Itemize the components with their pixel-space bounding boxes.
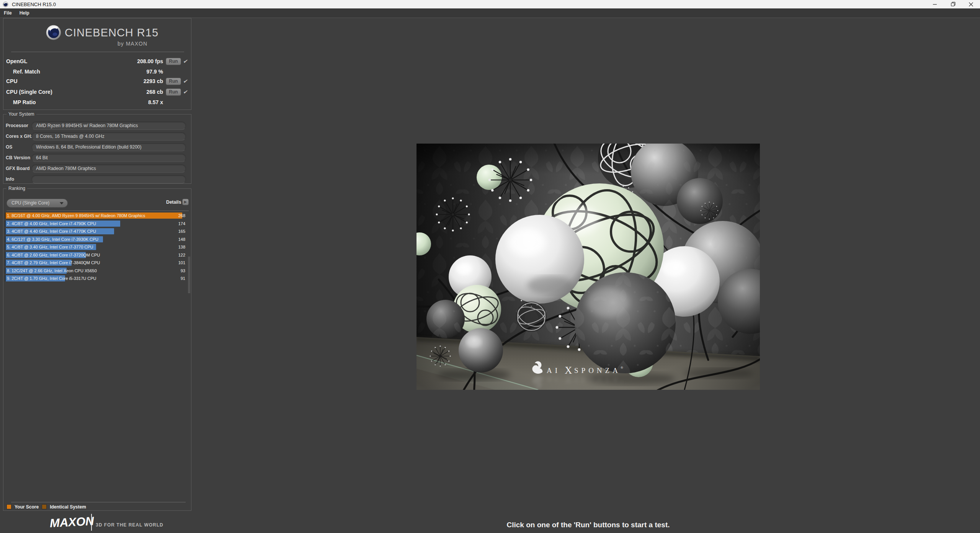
ranking-bar-label: 8. 12C/24T @ 2.66 GHz, Intel Xeon CPU X5…	[7, 268, 97, 274]
ranking-bar-score: 122	[170, 252, 185, 258]
restore-button[interactable]	[944, 0, 962, 8]
cinebench-logo-icon	[46, 25, 62, 41]
minimize-button[interactable]	[926, 0, 944, 8]
ranking-bar-row[interactable]: 3. 4C/8T @ 4.40 GHz, Intel Core i7-4770K…	[5, 228, 182, 234]
menu-bar: File Help	[0, 8, 980, 18]
system-field-label: OS	[6, 143, 12, 151]
score-row-mp-ratio: MP Ratio 8.57 x	[3, 99, 191, 106]
opengl-value: 208.00 fps	[102, 58, 163, 65]
refmatch-label: Ref. Match	[13, 68, 40, 75]
ranking-panel: Ranking CPU (Single Core) Details ▶ 1. 8…	[3, 188, 191, 511]
ranking-legend: Your Score Identical System	[3, 504, 191, 510]
divider	[7, 211, 189, 211]
ranking-filter-value: CPU (Single Core)	[11, 200, 49, 206]
close-icon	[969, 2, 973, 7]
legend-item: Your Score	[7, 504, 39, 510]
mp-ratio-value: 8.57 x	[102, 99, 163, 106]
ranking-bar-row[interactable]: 8. 12C/24T @ 2.66 GHz, Intel Xeon CPU X5…	[5, 268, 182, 274]
cinebench-app-icon	[3, 2, 8, 7]
ranking-bar-row[interactable]: 6. 4C/8T @ 2.60 GHz, Intel Core i7-3720Q…	[5, 252, 182, 258]
system-field-label: Cores x GHz	[6, 132, 33, 141]
system-field-row: Processor AMD Ryzen 9 8945HS w/ Radeon 7…	[3, 121, 191, 130]
ranking-bar-row[interactable]: 7. 4C/8T @ 2.79 GHz, Intel Core i7-3840Q…	[5, 260, 182, 266]
maxon-footer: MAXON 3D FOR THE REAL WORLD	[50, 514, 165, 531]
close-button[interactable]	[962, 0, 980, 8]
opengl-label: OpenGL	[6, 58, 27, 65]
ranking-bar-score: 93	[170, 268, 185, 274]
ranking-bar-label: 9. 2C/4T @ 1.70 GHz, Intel Core i5-3317U…	[7, 275, 96, 281]
ranking-bar-score: 268	[170, 213, 185, 219]
cinebench-logo: CINEBENCH R15 by MAXON	[3, 24, 191, 51]
ranking-bar-row[interactable]: 2. 4C/8T @ 4.00 GHz, Intel Core i7-4790K…	[5, 221, 182, 227]
run-cpu-button[interactable]: Run	[166, 78, 181, 85]
system-field-value[interactable]: AMD Ryzen 9 8945HS w/ Radeon 780M Graphi…	[31, 121, 186, 130]
details-button[interactable]: ▶	[182, 199, 189, 205]
ranking-bar-score: 174	[170, 221, 185, 227]
render-viewport: AI X SPONZA ®	[416, 144, 760, 390]
score-panel: CINEBENCH R15 by MAXON OpenGL 208.00 fps…	[3, 18, 191, 110]
mp-ratio-label: MP Ratio	[13, 99, 36, 106]
run-opengl-button[interactable]: Run	[166, 58, 181, 65]
legend-color-swatch	[42, 504, 47, 509]
ranking-bar-row[interactable]: 1. 8C/16T @ 4.00 GHz, AMD Ryzen 9 8945HS…	[5, 213, 182, 219]
cinebench-wordmark: CINEBENCH R15	[65, 26, 158, 39]
system-field-row: Cores x GHz 8 Cores, 16 Threads @ 4.00 G…	[3, 132, 191, 141]
score-row-opengl: OpenGL 208.00 fps Run ✔	[3, 58, 191, 65]
ranking-bar-label: 4. 6C/12T @ 3.30 GHz, Intel Core i7-3930…	[7, 236, 98, 242]
system-field-value[interactable]: Windows 8, 64 Bit, Professional Edition …	[31, 143, 186, 151]
ranking-bar-score: 101	[170, 260, 185, 266]
legend-label: Your Score	[15, 504, 39, 510]
system-field-value[interactable]: AMD Radeon 780M Graphics	[31, 164, 186, 173]
system-field-row: Info	[3, 175, 191, 183]
ranking-bar-score: 148	[170, 236, 185, 242]
ranking-filter-dropdown[interactable]: CPU (Single Core)	[7, 199, 68, 208]
system-field-value[interactable]	[31, 175, 186, 183]
system-field-row: CB Version 64 Bit	[3, 154, 191, 162]
score-row-refmatch: Ref. Match 97.9 %	[3, 68, 191, 75]
cpu-single-check-icon: ✔	[183, 88, 189, 96]
ranking-bar-score: 165	[170, 228, 185, 234]
render-scene: AI X SPONZA ®	[416, 144, 760, 390]
ranking-bars: 1. 8C/16T @ 4.00 GHz, AMD Ryzen 9 8945HS…	[5, 213, 182, 283]
divider	[91, 514, 92, 531]
system-field-label: Info	[6, 175, 14, 183]
cpu-check-icon: ✔	[183, 78, 189, 85]
cinebench-byline: by MAXON	[118, 41, 147, 47]
system-field-label: CB Version	[6, 154, 30, 162]
ranking-scrollbar[interactable]	[188, 256, 190, 293]
ranking-bar-label: 6. 4C/8T @ 2.60 GHz, Intel Core i7-3720Q…	[7, 252, 100, 258]
ranking-bar-label: 3. 4C/8T @ 4.40 GHz, Intel Core i7-4770K…	[7, 228, 96, 234]
cpu-label: CPU	[6, 78, 18, 85]
chevron-down-icon	[60, 202, 64, 204]
ranking-bar-row[interactable]: 5. 4C/8T @ 3.40 GHz, Intel Core i7-3770 …	[5, 244, 182, 250]
system-field-value[interactable]: 64 Bit	[31, 154, 186, 162]
cpu-single-value: 268 cb	[102, 88, 163, 96]
system-field-row: GFX Board AMD Radeon 780M Graphics	[3, 164, 191, 173]
window-title: CINEBENCH R15.0	[12, 2, 56, 7]
maxon-logo: MAXON	[49, 514, 94, 530]
system-field-row: OS Windows 8, 64 Bit, Professional Editi…	[3, 143, 191, 151]
divider	[11, 52, 184, 52]
legend-item: Identical System	[42, 504, 86, 510]
restore-icon	[951, 2, 956, 7]
score-row-cpu: CPU 2293 cb Run ✔	[3, 78, 191, 85]
divider	[11, 502, 186, 502]
system-field-label: GFX Board	[6, 164, 30, 173]
ranking-bar-label: 1. 8C/16T @ 4.00 GHz, AMD Ryzen 9 8945HS…	[7, 213, 145, 219]
status-text: Click on one of the 'Run' buttons to sta…	[416, 521, 760, 529]
menu-file[interactable]: File	[0, 8, 16, 18]
menu-help[interactable]: Help	[16, 8, 33, 18]
ranking-bar-row[interactable]: 4. 6C/12T @ 3.30 GHz, Intel Core i7-3930…	[5, 236, 182, 242]
system-field-value[interactable]: 8 Cores, 16 Threads @ 4.00 GHz	[31, 132, 186, 141]
opengl-check-icon: ✔	[183, 58, 189, 65]
details-label: Details	[166, 199, 181, 205]
ranking-bar-row[interactable]: 9. 2C/4T @ 1.70 GHz, Intel Core i5-3317U…	[5, 275, 182, 281]
ranking-bar-label: 2. 4C/8T @ 4.00 GHz, Intel Core i7-4790K…	[7, 221, 96, 227]
your-system-panel: Your System Processor AMD Ryzen 9 8945HS…	[3, 114, 191, 184]
ranking-bar-score: 91	[170, 275, 185, 281]
maxon-tagline: 3D FOR THE REAL WORLD	[96, 522, 163, 528]
ranking-bar-score: 138	[170, 244, 185, 250]
minimize-icon	[933, 2, 937, 7]
run-cpu-single-button[interactable]: Run	[166, 88, 181, 96]
ranking-bar-label: 7. 4C/8T @ 2.79 GHz, Intel Core i7-3840Q…	[7, 260, 100, 266]
